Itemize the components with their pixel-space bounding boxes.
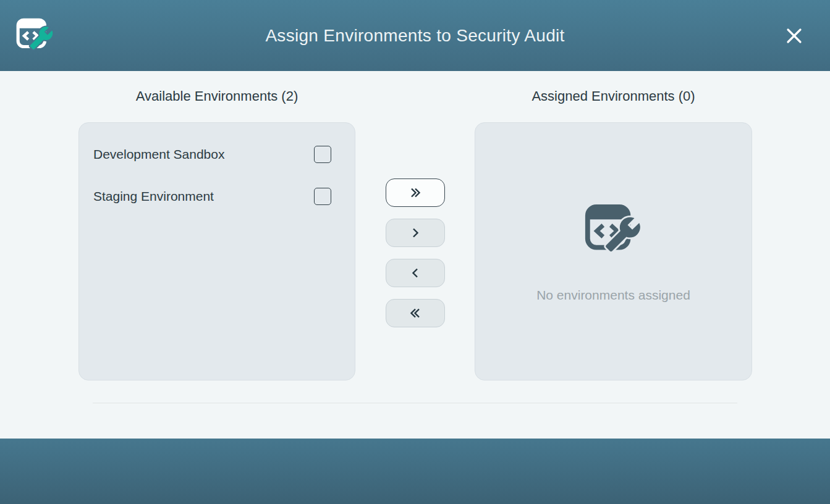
move-selected-left-button[interactable]: [386, 259, 445, 287]
environment-checkbox[interactable]: [314, 188, 331, 205]
environment-label: Development Sandbox: [93, 147, 224, 162]
dialog-title: Assign Environments to Security Audit: [0, 26, 830, 46]
available-environments-panel: Development Sandbox Staging Environment: [78, 122, 355, 380]
assigned-environments-heading: Assigned Environments (0): [475, 88, 752, 104]
move-all-left-button[interactable]: [386, 299, 445, 327]
move-all-right-button[interactable]: [386, 178, 445, 207]
list-item: Staging Environment: [93, 182, 331, 211]
chevron-right-icon: [408, 225, 423, 240]
dialog-header: Assign Environments to Security Audit: [0, 0, 830, 71]
code-window-wrench-icon: [582, 200, 646, 262]
assigned-environments-panel: No environments assigned: [475, 122, 752, 380]
chevron-left-icon: [408, 266, 423, 280]
double-chevron-right-icon: [407, 185, 423, 200]
close-x-icon: [784, 26, 804, 46]
transfer-controls: [386, 178, 445, 327]
assign-environments-dialog: Assign Environments to Security Audit Av…: [0, 0, 830, 504]
footer-divider: [93, 403, 737, 403]
list-item: Development Sandbox: [93, 140, 331, 169]
app-logo-code-wrench-icon: [15, 15, 56, 56]
available-environments-heading: Available Environments (2): [78, 88, 355, 104]
move-selected-right-button[interactable]: [386, 219, 445, 247]
close-button[interactable]: [782, 23, 807, 48]
double-chevron-left-icon: [407, 306, 423, 321]
dialog-footer: Cancel Save: [0, 439, 830, 504]
environment-checkbox[interactable]: [314, 146, 331, 163]
empty-state-message: No environments assigned: [536, 288, 690, 303]
environment-label: Staging Environment: [93, 189, 214, 204]
